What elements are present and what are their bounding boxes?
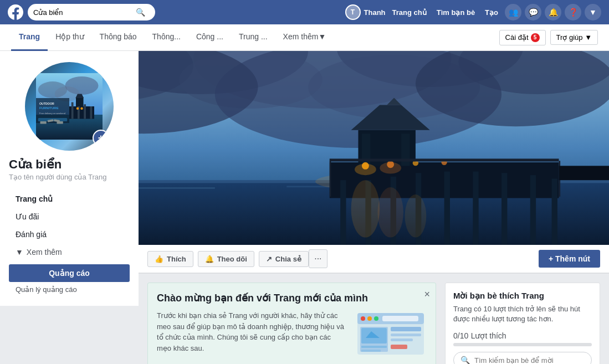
thumbsup-icon: 👍 [155,255,163,263]
svg-point-69 [361,316,365,321]
nav-friends-link[interactable]: Tìm bạn bè [433,8,478,17]
search-friends-input[interactable] [474,356,585,364]
search-icon: 🔍 [460,356,470,364]
svg-rect-77 [391,345,407,349]
theodoi-button[interactable]: 🔔 Theo dõi [198,251,254,267]
svg-rect-45 [473,172,478,245]
nav-create-link[interactable]: Tạo [482,8,501,17]
messenger-icon-btn[interactable]: 💬 [525,4,541,20]
sidebar-item-xemthem[interactable]: ▼ Xem thêm [9,243,130,261]
svg-rect-8 [84,104,86,119]
welcome-card: × Chào mừng bạn đến với Trang mới của mì… [147,283,436,364]
search-bar[interactable]: 🔍 [28,4,155,20]
svg-point-55 [355,163,376,175]
welcome-close-button[interactable]: × [424,289,430,300]
top-navigation: 🔍 T Thanh Trang chủ Tìm bạn bè Tạo 👥 💬 🔔… [0,0,609,24]
svg-rect-72 [382,316,418,321]
tab-hopthu[interactable]: Hộp thư [48,24,91,51]
page-container: OUTDOOR FURNITURE Free delivery on weeke… [0,51,609,364]
svg-point-61 [377,187,403,238]
page-subtitle: Tạo tên người dùng của Trang [9,173,130,181]
avatar: T [345,4,361,20]
svg-rect-6 [71,102,74,119]
svg-rect-48 [552,179,557,245]
cover-section: OUTDOOR FURNITURE Free delivery on weeke… [0,51,609,274]
svg-rect-19 [40,121,47,124]
svg-rect-63 [330,158,559,161]
main-content-area: × Chào mừng bạn đến với Trang mới của mì… [139,274,609,364]
left-column: × Chào mừng bạn đến với Trang mới của mì… [147,283,436,364]
svg-point-13 [80,107,83,110]
svg-rect-75 [391,334,421,336]
svg-rect-47 [530,175,536,245]
svg-rect-74 [391,327,421,331]
svg-text:Free delivery on weekend: Free delivery on weekend [39,112,66,115]
thich-button[interactable]: 👍 Thích [147,251,193,267]
svg-point-12 [76,107,79,110]
svg-rect-66 [559,166,609,180]
question-icon-btn[interactable]: ❓ [565,4,581,20]
likes-progress: 0/10 Lượt thích [453,331,592,346]
sidebar-item-uudai[interactable]: Ưu đãi [9,208,130,225]
welcome-title: Chào mừng bạn đến với Trang mới của mình [157,292,427,305]
sidebar-menu: Trang chủ Ưu đãi Đánh giá ▼ Xem thêm Quả… [9,190,130,297]
share-icon: ↗ [266,255,272,263]
svg-point-60 [351,180,380,237]
nav-user[interactable]: T Thanh [345,4,386,20]
welcome-illustration [355,310,427,362]
svg-rect-81 [361,350,381,352]
user-name-label: Thanh [364,8,386,17]
quanly-link[interactable]: Quản lý quảng cáo [9,282,130,297]
tab-cong[interactable]: Công ... [188,24,231,51]
welcome-text: Trước khi bạn chia sẻ Trang với người kh… [157,310,346,353]
search-input[interactable] [33,8,136,17]
chiase-button[interactable]: ↗ Chia sẻ [259,251,309,267]
tab-thongbao[interactable]: Thông báo [92,24,145,51]
svg-rect-64 [330,161,331,197]
svg-point-62 [405,194,427,238]
svg-rect-40 [340,180,346,245]
chevron-icon-btn[interactable]: ▼ [585,4,601,20]
likes-count: 0/10 Lượt thích [453,331,592,341]
svg-rect-44 [444,172,450,245]
invite-title: Mời bạn bè thích Trang [453,291,592,301]
bell-small-icon: 🔔 [205,255,214,263]
profile-avatar: OUTDOOR FURNITURE Free delivery on weeke… [23,60,116,153]
quangcao-button[interactable]: Quảng cáo [9,264,130,282]
themnut-button[interactable]: + Thêm nút [539,250,600,268]
svg-rect-7 [78,104,80,119]
chevron-down-icon: ▼ [16,248,23,257]
tab-thong[interactable]: Thông... [145,24,188,51]
tab-trung[interactable]: Trung ... [231,24,275,51]
profile-sidebar: OUTDOOR FURNITURE Free delivery on weeke… [0,51,139,306]
page-name: Cửa biển [9,157,130,172]
tab-trang[interactable]: Trang [11,24,48,51]
svg-rect-46 [501,173,507,245]
svg-rect-80 [361,346,387,348]
sidebar-item-danhgia[interactable]: Đánh giá [9,225,130,243]
caidat-button[interactable]: Cài đặt 5 [499,30,546,45]
add-photo-button[interactable]: + [93,130,109,146]
trogiup-button[interactable]: Trợ giúp ▼ [550,30,598,45]
svg-rect-76 [391,339,413,341]
search-button[interactable]: 🔍 [136,8,145,17]
svg-point-57 [380,162,401,174]
people-icon-btn[interactable]: 👥 [505,4,521,20]
more-options-button[interactable]: ··· [309,249,327,268]
search-friends-input-wrapper[interactable]: 🔍 [453,352,592,364]
progress-bar-background [453,343,592,346]
welcome-body: Trước khi bạn chia sẻ Trang với người kh… [157,310,427,362]
svg-point-70 [367,316,372,321]
invite-card: Mời bạn bè thích Trang Trang có 10 lượt … [445,283,600,364]
nav-home-link[interactable]: Trang chủ [389,8,430,17]
svg-text:FURNITURE: FURNITURE [39,106,59,110]
svg-rect-11 [76,98,84,106]
tab-xemthem[interactable]: Xem thêm ▼ [275,24,334,51]
right-column: Mời bạn bè thích Trang Trang có 10 lượt … [445,283,600,364]
sidebar-item-trangchu[interactable]: Trang chủ [9,190,130,208]
secondary-navigation: Trang Hộp thư Thông báo Thông... Công ..… [0,24,609,51]
nav-right-actions: Cài đặt 5 Trợ giúp ▼ [499,30,598,45]
facebook-logo[interactable] [6,2,25,22]
likes-label: Lượt thích [471,331,506,340]
bell-icon-btn[interactable]: 🔔 [545,4,561,20]
